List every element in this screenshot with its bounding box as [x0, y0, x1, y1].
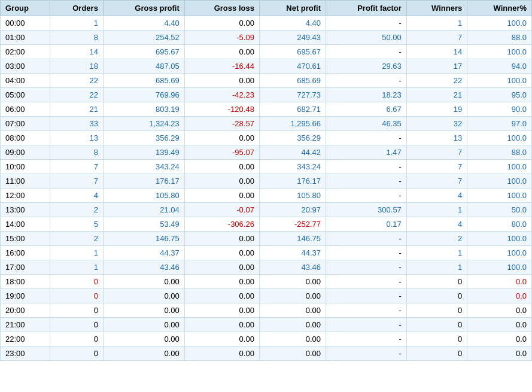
table-row: 23:0000.000.000.00-00.0 [1, 347, 532, 361]
table-cell: 14:00 [1, 217, 50, 232]
table-cell: 0 [406, 303, 467, 318]
table-cell: 11:00 [1, 174, 50, 189]
table-cell: 0.00 [259, 303, 326, 318]
table-cell: 0.0 [467, 289, 532, 303]
table-cell: -252.77 [259, 217, 326, 232]
table-cell: 94.0 [467, 59, 532, 74]
table-cell: 254.52 [103, 31, 184, 45]
table-cell: 04:00 [1, 74, 50, 88]
table-cell: 695.67 [103, 45, 184, 59]
table-cell: - [326, 260, 407, 275]
table-cell: 2 [50, 232, 104, 246]
table-header-row: GroupOrdersGross profitGross lossNet pro… [1, 1, 532, 16]
table-cell: 0.00 [259, 347, 326, 361]
table-cell: 146.75 [259, 232, 326, 246]
table-cell: 769.96 [103, 88, 184, 102]
table-cell: 0.00 [184, 260, 259, 275]
table-cell: 18.23 [326, 88, 407, 102]
table-cell: 0.00 [103, 318, 184, 332]
table-row: 05:0022769.96-42.23727.7318.232195.0 [1, 88, 532, 102]
table-cell: 0.00 [184, 16, 259, 31]
table-cell: -42.23 [184, 88, 259, 102]
table-cell: 12:00 [1, 189, 50, 203]
column-header-orders: Orders [50, 1, 104, 16]
table-cell: 2 [50, 203, 104, 217]
table-cell: 50.00 [326, 31, 407, 45]
table-cell: 0.00 [184, 289, 259, 303]
table-cell: 88.0 [467, 31, 532, 45]
table-cell: 100.0 [467, 260, 532, 275]
table-row: 17:00143.460.0043.46-1100.0 [1, 260, 532, 275]
table-row: 11:007176.170.00176.17-7100.0 [1, 174, 532, 189]
table-cell: 727.73 [259, 88, 326, 102]
table-cell: 356.29 [103, 131, 184, 145]
table-row: 13:00221.04-0.0720.97300.57150.0 [1, 203, 532, 217]
table-row: 22:0000.000.000.00-00.0 [1, 332, 532, 347]
table-cell: 10:00 [1, 160, 50, 174]
table-cell: - [326, 45, 407, 59]
table-row: 15:002146.750.00146.75-2100.0 [1, 232, 532, 246]
table-row: 04:0022685.690.00685.69-22100.0 [1, 74, 532, 88]
table-cell: 100.0 [467, 74, 532, 88]
table-cell: 1.47 [326, 145, 407, 160]
table-cell: 13:00 [1, 203, 50, 217]
table-cell: - [326, 347, 407, 361]
table-cell: 0.00 [184, 131, 259, 145]
table-cell: 17 [406, 59, 467, 74]
table-cell: -306.26 [184, 217, 259, 232]
table-cell: 44.37 [259, 246, 326, 260]
table-cell: 6.67 [326, 102, 407, 117]
table-cell: -120.48 [184, 102, 259, 117]
table-cell: - [326, 303, 407, 318]
table-cell: 7 [50, 160, 104, 174]
table-cell: 90.0 [467, 102, 532, 117]
table-cell: - [326, 74, 407, 88]
table-row: 20:0000.000.000.00-00.0 [1, 303, 532, 318]
table-cell: -5.09 [184, 31, 259, 45]
table-cell: 5 [50, 217, 104, 232]
table-row: 18:0000.000.000.00-00.0 [1, 275, 532, 289]
table-cell: 01:00 [1, 31, 50, 45]
table-cell: 43.46 [259, 260, 326, 275]
table-cell: 1 [406, 16, 467, 31]
table-cell: 44.37 [103, 246, 184, 260]
table-cell: 176.17 [103, 174, 184, 189]
table-cell: 1 [406, 260, 467, 275]
table-cell: 7 [406, 160, 467, 174]
table-cell: 0.00 [184, 303, 259, 318]
table-cell: 100.0 [467, 160, 532, 174]
table-cell: 8 [50, 31, 104, 45]
table-cell: 0.00 [259, 275, 326, 289]
table-cell: 0.00 [103, 347, 184, 361]
table-cell: 21 [406, 88, 467, 102]
table-cell: 105.80 [259, 189, 326, 203]
table-cell: 08:00 [1, 131, 50, 145]
table-row: 01:008254.52-5.09249.4350.00788.0 [1, 31, 532, 45]
table-cell: 0.00 [184, 232, 259, 246]
table-cell: 343.24 [259, 160, 326, 174]
table-cell: 0.00 [103, 275, 184, 289]
table-cell: 4.40 [103, 16, 184, 31]
column-header-profit-factor: Profit factor [326, 1, 407, 16]
table-cell: 22 [406, 74, 467, 88]
table-cell: 21 [50, 102, 104, 117]
table-row: 03:0018487.05-16.44470.6129.631794.0 [1, 59, 532, 74]
table-cell: - [326, 318, 407, 332]
column-header-net-profit: Net profit [259, 1, 326, 16]
table-cell: 21.04 [103, 203, 184, 217]
table-cell: 02:00 [1, 45, 50, 59]
table-cell: 14 [406, 45, 467, 59]
table-cell: 53.49 [103, 217, 184, 232]
table-cell: 1 [406, 203, 467, 217]
table-cell: 0.00 [184, 318, 259, 332]
table-cell: 32 [406, 117, 467, 131]
table-row: 02:0014695.670.00695.67-14100.0 [1, 45, 532, 59]
table-cell: 2 [406, 232, 467, 246]
table-cell: 0.00 [103, 332, 184, 347]
table-cell: - [326, 332, 407, 347]
trading-stats-table: GroupOrdersGross profitGross lossNet pro… [0, 0, 532, 361]
table-cell: 0 [50, 347, 104, 361]
table-cell: 0.00 [184, 189, 259, 203]
table-cell: 0 [50, 289, 104, 303]
table-cell: 146.75 [103, 232, 184, 246]
